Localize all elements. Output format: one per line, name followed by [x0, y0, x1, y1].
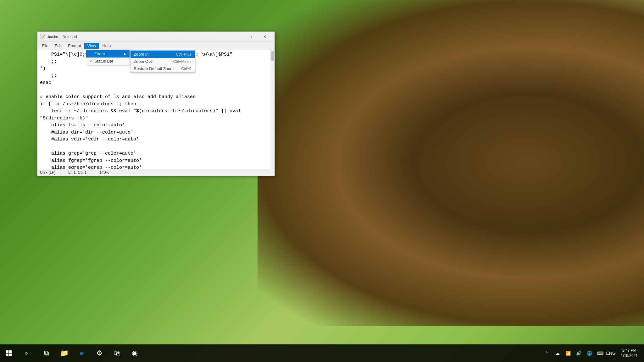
tray-network[interactable]: 🌐 — [585, 349, 594, 358]
minimize-button[interactable]: ─ — [229, 32, 243, 42]
zoom-in-shortcut: Ctrl+Plus — [169, 52, 192, 57]
titlebar-buttons: ─ □ ✕ — [229, 32, 272, 42]
tray-chevron[interactable]: ^ — [542, 349, 551, 358]
titlebar: 📝 .bashrc - Notepad ─ □ ✕ — [37, 32, 275, 42]
desktop: 📝 .bashrc - Notepad ─ □ ✕ File Edit Form… — [0, 0, 644, 362]
status-sep-2 — [93, 170, 93, 175]
taskbar-settings[interactable]: ⚙ — [91, 344, 108, 362]
menu-format[interactable]: Format — [65, 43, 84, 49]
vertical-scrollbar[interactable] — [270, 50, 275, 169]
taskbar-items: ⧉ 📁 e ⚙ 🛍 ◉ — [35, 344, 540, 362]
notepad-icon: 📝 — [40, 34, 45, 39]
tray-wifi[interactable]: 📶 — [564, 349, 573, 358]
tray-onedrive[interactable]: ☁ — [553, 349, 562, 358]
menu-edit[interactable]: Edit — [52, 43, 65, 49]
start-button[interactable] — [0, 344, 18, 362]
windows-logo — [6, 350, 12, 356]
zoom-arrow: ▶ — [124, 52, 126, 56]
maximize-button[interactable]: □ — [243, 32, 258, 42]
tray-keyboard[interactable]: ⌨ — [596, 349, 605, 358]
zoom-check — [89, 52, 94, 56]
status-zoom: 140% — [99, 170, 109, 175]
zoom-out-shortcut: Ctrl+Minus — [166, 59, 192, 64]
status-encoding: Unix (LF) — [40, 170, 55, 175]
clock-time: 2:47 PM — [622, 348, 636, 353]
tray-volume[interactable]: 🔊 — [575, 349, 583, 358]
close-button[interactable]: ✕ — [258, 32, 272, 42]
taskbar-app6[interactable]: ◉ — [126, 344, 143, 362]
search-button[interactable]: ○ — [18, 344, 35, 362]
desktop-background — [258, 0, 644, 326]
taskbar-edge[interactable]: e — [73, 344, 91, 362]
search-icon: ○ — [25, 350, 28, 357]
taskbar-file-explorer[interactable]: 📁 — [55, 344, 73, 362]
taskbar-task-view[interactable]: ⧉ — [38, 344, 55, 362]
clock-date: 1/15/2021 — [621, 353, 638, 359]
zoom-in-item[interactable]: Zoom In Ctrl+Plus — [130, 51, 195, 58]
notepad-window: 📝 .bashrc - Notepad ─ □ ✕ File Edit Form… — [37, 31, 275, 176]
tray-language[interactable]: ENG — [607, 349, 615, 358]
menu-file[interactable]: File — [39, 43, 52, 49]
taskbar: ○ ⧉ 📁 e ⚙ 🛍 ◉ ^ ☁ 📶 🔊 🌐 ⌨ ENG 2:47 PM 1/… — [0, 344, 644, 362]
menu-help[interactable]: Help — [99, 43, 114, 49]
view-zoom-item[interactable]: Zoom ▶ — [86, 50, 130, 58]
view-statusbar-item[interactable]: ✓ Status Bar — [86, 58, 130, 65]
scrollbar-thumb[interactable] — [271, 51, 274, 61]
view-dropdown: Zoom ▶ ✓ Status Bar Zoom In Ctrl+Plus Zo… — [86, 50, 130, 65]
menubar: File Edit Format View Help Zoom ▶ ✓ Stat… — [37, 42, 275, 50]
zoom-submenu: Zoom In Ctrl+Plus Zoom Out Ctrl+Minus Re… — [130, 50, 195, 73]
status-position: Ln 1, Col 1 — [68, 170, 86, 175]
statusbar: Unix (LF) Ln 1, Col 1 140% — [37, 169, 275, 176]
zoom-restore-item[interactable]: Restore Default Zoom Ctrl+0 — [130, 65, 195, 72]
taskbar-clock[interactable]: 2:47 PM 1/15/2021 — [617, 348, 641, 359]
zoom-out-item[interactable]: Zoom Out Ctrl+Minus — [130, 58, 195, 65]
window-title: .bashrc - Notepad — [47, 35, 229, 39]
taskbar-store[interactable]: 🛍 — [108, 344, 126, 362]
menu-view[interactable]: View — [84, 43, 99, 49]
zoom-restore-shortcut: Ctrl+0 — [174, 67, 191, 71]
statusbar-check: ✓ — [89, 59, 94, 63]
status-sep-1 — [62, 170, 62, 175]
taskbar-tray: ^ ☁ 📶 🔊 🌐 ⌨ ENG 2:47 PM 1/15/2021 — [540, 348, 644, 359]
